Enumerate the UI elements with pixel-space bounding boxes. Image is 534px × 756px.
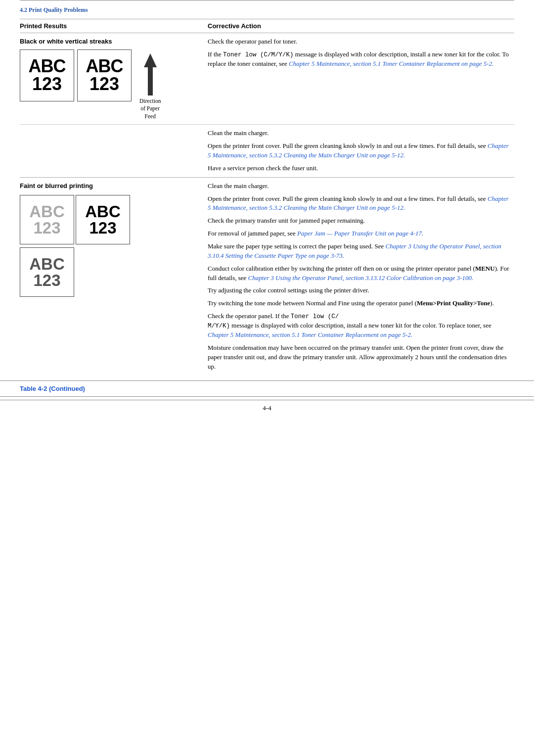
printed-results-cell: Black or white vertical streaks ABC 123 [20,33,208,125]
section-header: 4.2 Print Quality Problems [0,3,534,19]
table-header-row: Printed Results Corrective Action [20,19,514,33]
action-text: If the Toner low (C/M/Y/K) message is di… [208,50,509,69]
sample-image-faint-single: ABC 123 [20,247,74,297]
table-row: Clean the main charger. Open the printer… [20,125,514,177]
action-text: For removal of jammed paper, see Paper J… [208,229,509,238]
action-text: Check the primary transfer unit for jamm… [208,216,509,226]
page-number: 4-4 [263,404,271,412]
action-text: Clean the main charger. [208,129,509,138]
sample-image-faint-left: ABC 123 [20,195,74,244]
action-text: Have a service person check the fuser un… [208,164,509,173]
link-text[interactable]: Chapter 3 Using the Operator Panel, sect… [248,274,474,282]
table-row: Faint or blurred printing ABC 123 ABC 12… [20,177,514,375]
corrective-action-cell: Check the operator panel for toner. If t… [208,33,514,125]
action-text: Make sure the paper type setting is corr… [208,242,509,261]
link-text[interactable]: Chapter 5 Maintenance, section 5.3.2 Cle… [208,142,509,159]
printed-results-cell: Faint or blurred printing ABC 123 ABC 12… [20,177,208,375]
corrective-action-cell: Clean the main charger. Open the printer… [208,125,514,177]
action-text: Check the operator panel. If the Toner l… [208,312,509,340]
bold-inline: MENU [475,265,495,272]
row-label: Black or white vertical streaks [20,37,203,47]
link-text[interactable]: Chapter 5 Maintenance, section 5.3.2 Cle… [208,195,509,212]
action-text: Moisture condensation may have been occu… [208,343,509,372]
action-text: Open the printer front cover. Pull the g… [208,194,509,213]
code-text: Toner low (C/M/Y/K) [223,51,294,58]
link-text[interactable]: Chapter 5 Maintenance, section 5.1 Toner… [208,331,412,338]
sample-image-normal: ABC 123 [77,49,132,101]
link-text[interactable]: Chapter 5 Maintenance, section 5.1 Toner… [289,60,493,67]
action-text: Conduct color calibration either by swit… [208,264,509,283]
page-number-area: 4-4 [0,400,534,416]
table-footer-label: Table 4-2 (Continued) [20,385,85,392]
code-text: Toner low (C/M/Y/K) [208,313,339,330]
table-row: Black or white vertical streaks ABC 123 [20,33,514,125]
direction-label: Directionof PaperFeed [139,97,161,121]
svg-marker-0 [144,53,157,95]
action-text: Try switching the tone mode between Norm… [208,299,509,308]
col2-header: Corrective Action [208,19,514,33]
col1-header: Printed Results [20,19,208,33]
row-label: Faint or blurred printing [20,182,203,191]
printed-results-cell-empty [20,125,208,177]
action-text: Clean the main charger. [208,182,509,191]
bold-inline-menu: Menu>Print Quality>Tone [417,299,490,307]
page-top-border [20,0,514,3]
sample-image-faint-right: ABC 123 [76,195,130,244]
table-footer: Table 4-2 (Continued) [0,380,534,397]
action-text: Check the operator panel for toner. [208,37,509,47]
content-table: Printed Results Corrective Action Black … [20,19,514,376]
corrective-action-cell-faint: Clean the main charger. Open the printer… [208,177,514,375]
link-text[interactable]: Chapter 3 Using the Operator Panel, sect… [208,242,501,259]
action-text: Open the printer front cover. Pull the g… [208,142,509,160]
direction-arrow-icon [143,53,158,95]
action-text: Try adjusting the color control settings… [208,286,509,295]
main-content: Printed Results Corrective Action Black … [0,19,534,376]
link-text[interactable]: Paper Jam — Paper Transfer Unit on page … [297,230,423,237]
section-title: 4.2 Print Quality Problems [20,6,88,13]
sample-image-streaked: ABC 123 [20,49,74,101]
